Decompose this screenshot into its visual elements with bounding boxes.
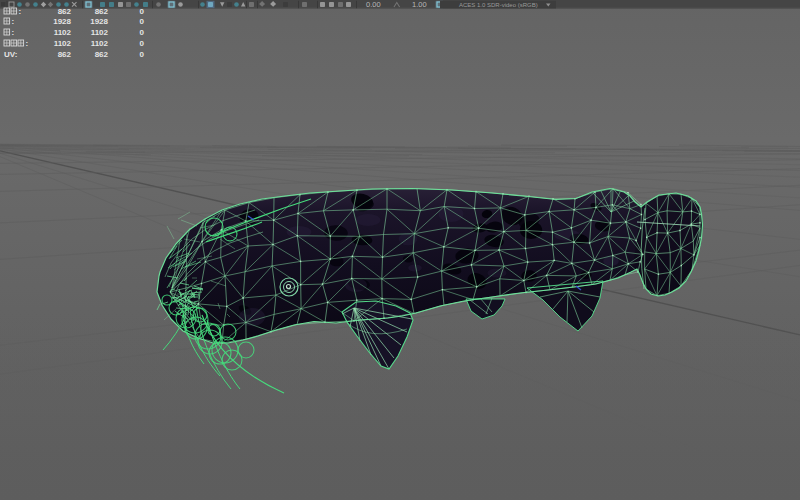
svg-text:0: 0 (140, 50, 145, 59)
svg-text:0.00: 0.00 (366, 0, 381, 9)
svg-text:862: 862 (58, 7, 72, 16)
svg-text:0: 0 (140, 7, 145, 16)
svg-text::: : (12, 28, 15, 37)
svg-text:1102: 1102 (91, 28, 109, 37)
svg-text:1102: 1102 (54, 39, 72, 48)
svg-text:862: 862 (95, 7, 109, 16)
svg-text:0: 0 (140, 28, 145, 37)
svg-text:1.00: 1.00 (412, 0, 427, 9)
svg-text:0: 0 (140, 39, 145, 48)
svg-text:1928: 1928 (53, 17, 71, 26)
svg-text:862: 862 (58, 50, 72, 59)
svg-text:ACES 1.0 SDR-video (sRGB): ACES 1.0 SDR-video (sRGB) (459, 2, 538, 8)
svg-text::: : (26, 39, 29, 48)
svg-text:1102: 1102 (91, 39, 109, 48)
svg-text:862: 862 (95, 50, 109, 59)
svg-text:1102: 1102 (54, 28, 72, 37)
svg-text:1928: 1928 (90, 17, 108, 26)
svg-text::: : (19, 7, 22, 16)
svg-text::: : (12, 17, 15, 26)
svg-text:UV:: UV: (4, 50, 17, 59)
svg-text:0: 0 (140, 17, 145, 26)
